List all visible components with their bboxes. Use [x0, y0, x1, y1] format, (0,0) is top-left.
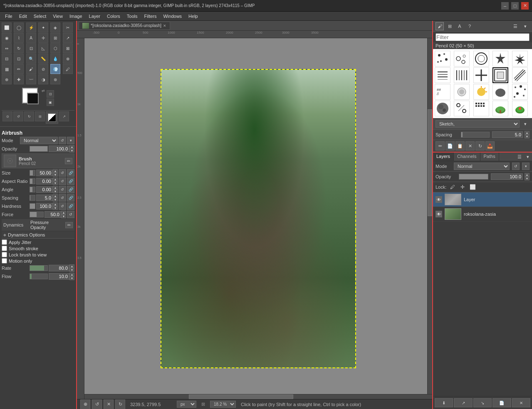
hardness-up[interactable]: ▲: [53, 202, 58, 206]
aspect-ratio-slider[interactable]: [30, 178, 35, 184]
brush-refresh-btn[interactable]: ↻: [475, 141, 485, 150]
brush-cell-8[interactable]: [473, 67, 489, 83]
brush-edit-btn[interactable]: ✏: [65, 158, 72, 164]
pattern-tab-btn[interactable]: ⊞: [445, 22, 454, 30]
aspect-ratio-input[interactable]: [36, 178, 53, 185]
smooth-stroke-checkbox[interactable]: [2, 246, 7, 251]
layer-delete-btn[interactable]: ✕: [512, 398, 530, 407]
tool-scissors[interactable]: ✂: [63, 22, 73, 32]
tool-ink[interactable]: 🖊: [63, 64, 73, 74]
tab-layers[interactable]: Layers: [433, 153, 454, 161]
tool-blend[interactable]: ▦: [2, 64, 12, 74]
layer-eye-2[interactable]: 👁: [435, 211, 442, 217]
dynamics-edit-btn[interactable]: ✏: [65, 222, 73, 228]
swap-colors-icon[interactable]: ⇄: [42, 89, 45, 93]
mode-reset-btn[interactable]: ↺: [59, 137, 66, 144]
unit-selector[interactable]: px mm cm in: [177, 401, 196, 408]
tool-scale[interactable]: ⊡: [26, 43, 36, 53]
layer-row-1[interactable]: 👁 Layer: [433, 192, 532, 207]
tool-preview[interactable]: [46, 111, 58, 124]
tool-zoom[interactable]: 🔍: [26, 54, 36, 64]
force-up[interactable]: ▲: [61, 211, 66, 214]
brush-edit-action-btn[interactable]: ✏: [435, 141, 445, 150]
menu-edit[interactable]: Edit: [16, 13, 30, 20]
menu-windows[interactable]: Windows: [160, 13, 185, 20]
tool-clone[interactable]: ⊕: [2, 74, 12, 84]
vertical-scrollbar-thumb[interactable]: [428, 109, 432, 216]
tool-paintbrush[interactable]: 🖌: [26, 64, 36, 74]
bottom-tool-btn2[interactable]: ↺: [92, 399, 102, 409]
layers-opacity-slider[interactable]: [459, 174, 488, 180]
tool-crop[interactable]: ⊡: [14, 54, 24, 64]
tool-rect-select[interactable]: ⬜: [2, 22, 12, 32]
tool-ellipse-select[interactable]: ◯: [14, 22, 24, 32]
hardness-reset-btn[interactable]: ↺: [59, 202, 66, 210]
brush-duplicate-btn[interactable]: 📋: [455, 141, 465, 150]
close-button[interactable]: ✕: [521, 2, 529, 10]
opacity-up[interactable]: ▲: [69, 145, 74, 149]
tool-fuzzy-select[interactable]: ✦: [38, 22, 48, 32]
brush-cell-17[interactable]: [454, 101, 470, 116]
tab-paths[interactable]: Paths: [480, 153, 499, 161]
tool-flip[interactable]: ⇔: [2, 43, 12, 53]
tool-convolve[interactable]: ⊛: [50, 74, 60, 84]
rate-slider[interactable]: [30, 265, 48, 271]
force-down[interactable]: ▼: [61, 214, 66, 218]
brush-cell-16[interactable]: [435, 101, 450, 116]
tool-bucket[interactable]: ⊗: [63, 54, 73, 64]
brush-cell-13[interactable]: [473, 84, 489, 100]
active-image-icon[interactable]: ▣: [47, 99, 54, 106]
tool-text[interactable]: A: [26, 33, 36, 43]
tool-option5[interactable]: ↗: [59, 111, 69, 121]
brush-cell-6[interactable]: [435, 67, 450, 83]
brush-cell-2[interactable]: [454, 51, 470, 67]
opacity-input[interactable]: [49, 145, 69, 152]
size-link-btn[interactable]: 🔗: [67, 169, 74, 177]
brush-export-btn[interactable]: 📥: [485, 141, 495, 150]
rate-input[interactable]: [49, 265, 69, 271]
restore-colors-icon[interactable]: ⊡: [47, 90, 54, 98]
tool-airbrush[interactable]: 💨: [50, 64, 60, 74]
layers-mode-reset-btn[interactable]: ↺: [512, 163, 520, 170]
tool-option4[interactable]: ⊟: [35, 111, 45, 121]
lock-pixels-btn[interactable]: 🖊: [449, 183, 456, 191]
canvas-image[interactable]: [161, 69, 356, 368]
brush-cell-14[interactable]: [492, 84, 508, 100]
size-reset-btn[interactable]: ↺: [59, 169, 66, 177]
brush-cell-5[interactable]: [512, 51, 528, 67]
menu-select[interactable]: Select: [30, 13, 50, 20]
angle-link-btn[interactable]: 🔗: [67, 186, 74, 193]
brush-cell-20[interactable]: [512, 101, 528, 116]
font-tab-btn[interactable]: A: [455, 22, 464, 30]
mode-options-btn[interactable]: ▾: [67, 137, 74, 144]
motion-only-checkbox[interactable]: [2, 258, 7, 264]
aspect-ratio-up[interactable]: ▲: [53, 177, 58, 181]
tool-pencil[interactable]: ✏: [14, 64, 24, 74]
force-slider[interactable]: [30, 212, 44, 217]
panel-expand-btn[interactable]: ▾: [521, 22, 530, 30]
brush-spacing-down[interactable]: ▼: [525, 135, 530, 138]
spacing-slider[interactable]: [30, 195, 35, 201]
brush-tag-select[interactable]: Sketch, All Pencil Ink: [435, 120, 520, 128]
tool-dodge-burn[interactable]: ◑: [38, 74, 48, 84]
tool-smudge[interactable]: 〰: [26, 74, 36, 84]
tool-option1[interactable]: ⊙: [2, 111, 12, 121]
tool-fg-select[interactable]: ◉: [2, 33, 12, 43]
brush-new-btn[interactable]: 📄: [445, 141, 455, 150]
tool-align[interactable]: ⊞: [50, 33, 60, 43]
horizontal-scrollbar-thumb[interactable]: [189, 394, 293, 399]
brush-spacing-up[interactable]: ▲: [525, 131, 530, 135]
tool-eraser[interactable]: ⊘: [38, 64, 48, 74]
tool-shear[interactable]: ◺: [38, 43, 48, 53]
layers-mode-select[interactable]: Normal Multiply Screen Overlay: [454, 163, 510, 170]
layers-opacity-up[interactable]: ▲: [525, 173, 530, 177]
brush-cell-9[interactable]: [492, 67, 508, 83]
layer-eye-1[interactable]: 👁: [435, 196, 442, 203]
tool-transform[interactable]: ↗: [63, 33, 73, 43]
lock-position-btn[interactable]: ✛: [459, 183, 466, 191]
size-input[interactable]: [36, 170, 53, 176]
force-input[interactable]: [45, 211, 61, 218]
aspect-ratio-link-btn[interactable]: 🔗: [67, 177, 74, 185]
brush-filter-input[interactable]: [435, 33, 530, 41]
tool-free-select[interactable]: ⚡: [26, 22, 36, 32]
